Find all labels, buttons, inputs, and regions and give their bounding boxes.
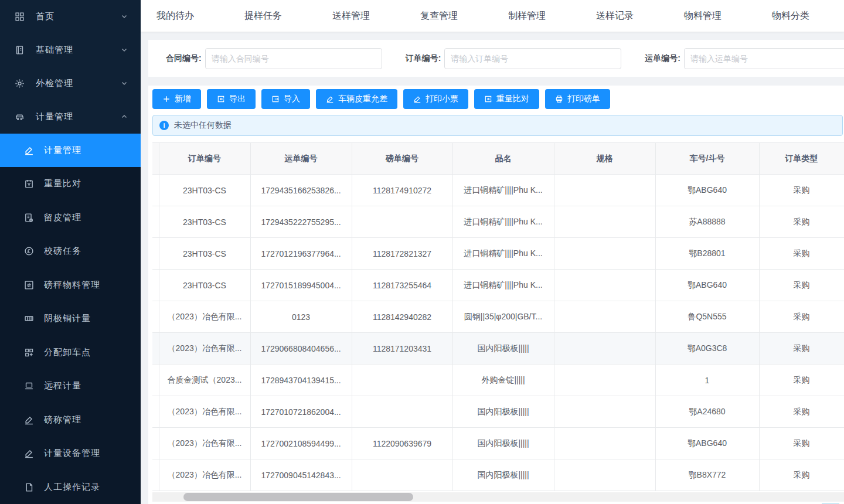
cell-weighbill-no [352, 206, 452, 238]
import-button[interactable]: 导入 [261, 89, 310, 109]
sidebar-item-measure-device-management[interactable]: 计量设备管理 [0, 437, 141, 471]
table-row[interactable]: （2023）冶色有限... 1727010721862004... 国内阳极板|… [152, 396, 844, 428]
sidebar-item-basic-management[interactable]: 基础管理 [0, 33, 141, 67]
cell-waybill-no: 1728943704139415... [250, 365, 352, 396]
cell-order-type: 采购 [759, 459, 844, 491]
sidebar-item-label: 分配卸车点 [44, 347, 91, 358]
sidebar-item-tare-management[interactable]: 留皮管理 [0, 201, 141, 235]
cell-vehicle-no: 鄂ABG640 [655, 175, 759, 206]
add-button[interactable]: 新增 [152, 89, 201, 109]
scrollbar-thumb[interactable] [183, 493, 413, 501]
table-row[interactable]: （2023）冶色有限... 1727009045142843... 国内阳极板|… [152, 459, 844, 491]
sidebar-item-scale-material-management[interactable]: 磅秤物料管理 [0, 268, 141, 302]
sidebar-item-label: 人工操作记录 [44, 482, 100, 493]
app: 首页 基础管理 外检管理 计量管理 [0, 0, 844, 504]
sidebar-item-scale-calibration-task[interactable]: 校磅任务 [0, 234, 141, 268]
cell-spec [554, 428, 655, 459]
chevron-down-icon [121, 46, 128, 53]
table-row[interactable]: （2023）冶色有限... 0123 1128142940282 圆钢||35|… [152, 301, 844, 333]
export-button[interactable]: 导出 [207, 89, 256, 109]
table-row[interactable]: 23HT03-CS 1727012196377964... 1128172821… [152, 238, 844, 270]
cell-waybill-no: 1727002108594499... [250, 428, 352, 459]
cell-spec [554, 206, 655, 238]
sidebar-item-home[interactable]: 首页 [0, 0, 141, 33]
grid-rows-icon [23, 314, 34, 324]
table-row[interactable]: （2023）冶色有限... 1727002108594499... 112209… [152, 428, 844, 459]
print-weighbridge-button[interactable]: 打印磅单 [545, 89, 610, 109]
cell-order-no: （2023）冶色有限... [159, 396, 250, 428]
tab-material-category[interactable]: 物料分类 [772, 10, 809, 22]
export-icon [217, 95, 225, 103]
button-label: 新增 [175, 94, 191, 104]
cell-order-type: 采购 [759, 333, 844, 365]
table-row[interactable]: 23HT03-CS 1729435166253826... 1128174910… [152, 175, 844, 206]
sidebar-item-remote-measure[interactable]: 远程计量 [0, 369, 141, 403]
button-label: 打印磅单 [567, 94, 600, 104]
print-receipt-button[interactable]: 打印小票 [403, 89, 468, 109]
topnav: 我的待办 提样任务 送样管理 复查管理 制样管理 送样记录 物料管理 物料分类 [141, 0, 844, 32]
table-row[interactable]: 23HT03-CS 1727015189945004... 1128173255… [152, 270, 844, 301]
tab-delivery-record[interactable]: 送样记录 [596, 10, 634, 22]
sidebar-item-label: 重量比对 [44, 178, 81, 189]
cell-spec [554, 365, 655, 396]
alert-text: 未选中任何数据 [174, 120, 232, 131]
cell-product: 国内阳极板||||| [452, 396, 554, 428]
table-row[interactable]: 合质金测试（2023... 1728943704139415... 外购金锭||… [152, 365, 844, 396]
cell-product: 圆钢||35|φ200|GB/T... [452, 301, 554, 333]
cell-product: 进口铜精矿||||Phu K... [452, 175, 554, 206]
cell-order-no: （2023）冶色有限... [159, 333, 250, 365]
sidebar-item-external-inspection[interactable]: 外检管理 [0, 67, 141, 100]
cell-waybill-no: 1729435222755295... [250, 206, 352, 238]
cell-vehicle-no: 鄂B8X772 [655, 459, 759, 491]
tab-sample-making[interactable]: 制样管理 [508, 10, 546, 22]
weight-compare-button[interactable]: 重量比对 [474, 89, 539, 109]
sidebar-item-scale-management[interactable]: 磅称管理 [0, 403, 141, 437]
order-no-label: 订单编号: [406, 53, 441, 64]
column-header: 品名 [452, 143, 554, 175]
table-row[interactable]: （2023）冶色有限... 1729066808404656... 112817… [152, 333, 844, 365]
sidebar-item-measure-management[interactable]: 计量管理 [0, 134, 141, 168]
table-row[interactable]: 23HT03-CS 1729435222755295... 进口铜精矿||||P… [152, 206, 844, 238]
tab-recheck-management[interactable]: 复查管理 [420, 10, 458, 22]
tab-material-management[interactable]: 物料管理 [684, 10, 722, 22]
cell-waybill-no: 1727012196377964... [250, 238, 352, 270]
button-label: 导出 [229, 94, 246, 104]
waybill-no-field[interactable] [684, 48, 844, 69]
cell-spec [554, 333, 655, 365]
cell-vehicle-no: 鄂ABG640 [655, 270, 759, 301]
sidebar-item-cathode-copper-measure[interactable]: 阴极铜计量 [0, 302, 141, 336]
cell-order-no: 23HT03-CS [159, 175, 250, 206]
cell-order-type: 采购 [759, 428, 844, 459]
cell-vehicle-no: 鄂B28801 [655, 238, 759, 270]
column-header: 运单编号 [250, 143, 352, 175]
sidebar-item-label: 首页 [36, 11, 55, 22]
sidebar-item-assign-unload-point[interactable]: 分配卸车点 [0, 336, 141, 370]
content-panel: 新增 导出 导入 车辆皮重允差 打印小票 [148, 86, 844, 504]
column-header: 订单类型 [759, 143, 844, 175]
cell-weighbill-no [352, 396, 452, 428]
sidebar-item-measurement-management[interactable]: 计量管理 [0, 100, 141, 134]
filter-group-contract: 合同编号: [166, 48, 382, 69]
tab-my-todo[interactable]: 我的待办 [156, 10, 194, 22]
cell-product: 国内阳极板||||| [452, 428, 554, 459]
cell-waybill-no: 1729066808404656... [250, 333, 352, 365]
sidebar-item-weight-compare[interactable]: 重量比对 [0, 167, 141, 201]
column-header: 磅单编号 [352, 143, 452, 175]
vehicle-tare-tolerance-button[interactable]: 车辆皮重允差 [316, 89, 397, 109]
sidebar-item-label: 阴极铜计量 [44, 313, 91, 324]
horizontal-scrollbar[interactable] [152, 492, 844, 502]
cell-weighbill-no: 1128173255464 [352, 270, 452, 301]
tab-sample-delivery[interactable]: 送样管理 [332, 10, 370, 22]
chevron-up-icon [121, 113, 128, 120]
export-icon [484, 95, 492, 103]
cell-order-no: 23HT03-CS [159, 270, 250, 301]
cell-order-type: 采购 [759, 270, 844, 301]
sidebar: 首页 基础管理 外检管理 计量管理 [0, 0, 141, 504]
contract-no-field[interactable] [205, 48, 382, 69]
tab-sampling-task[interactable]: 提样任务 [244, 10, 282, 22]
waybill-no-label: 运单编号: [645, 53, 680, 64]
order-no-field[interactable] [444, 48, 621, 69]
sidebar-item-manual-operation-record[interactable]: 人工操作记录 [0, 471, 141, 504]
sidebar-item-label: 远程计量 [44, 380, 81, 391]
pound-circle-icon [23, 246, 34, 257]
